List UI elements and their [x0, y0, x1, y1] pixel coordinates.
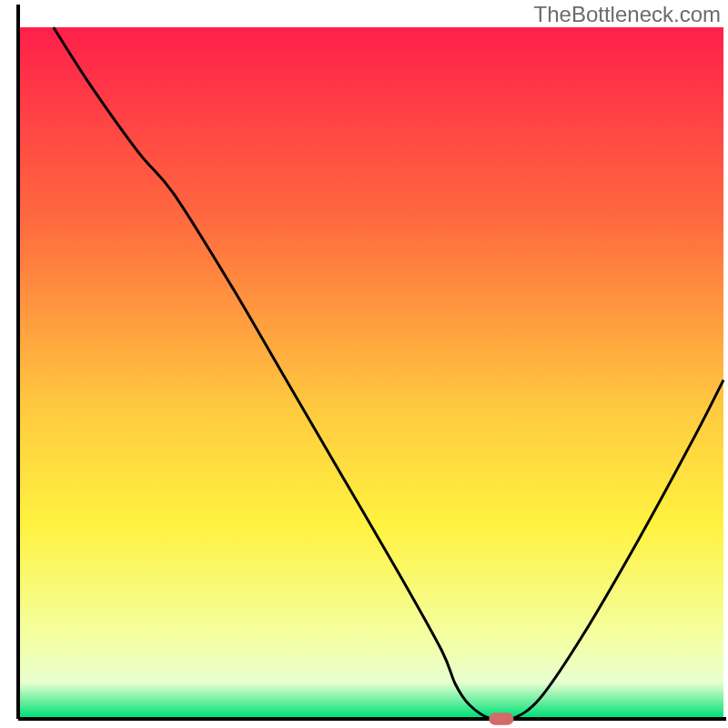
- chart-container: TheBottleneck.com: [0, 0, 728, 728]
- optimal-marker: [489, 713, 513, 725]
- plot-background: [20, 27, 723, 717]
- bottleneck-chart: [0, 0, 728, 728]
- watermark-text: TheBottleneck.com: [534, 2, 721, 27]
